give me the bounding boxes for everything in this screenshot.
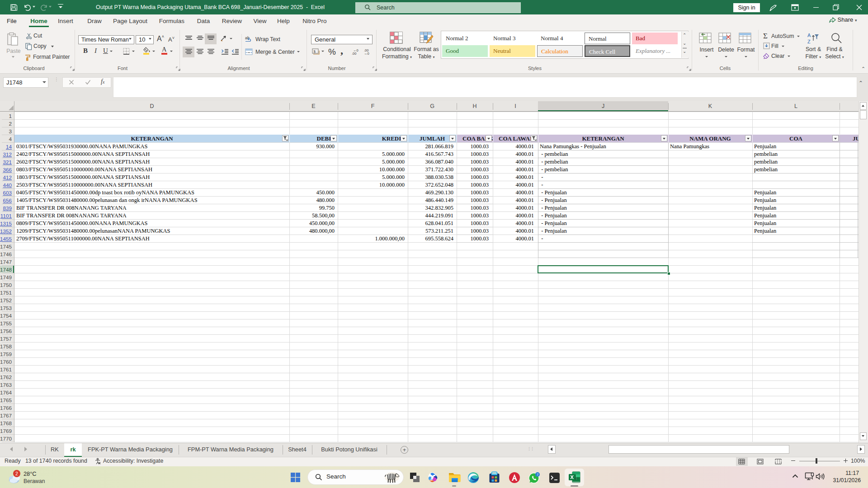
- svg-text:Z: Z: [807, 39, 811, 44]
- svg-text:7: 7: [537, 473, 538, 477]
- svg-text:$: $: [314, 49, 316, 54]
- svg-text:.00: .00: [352, 52, 356, 55]
- svg-text:A: A: [807, 33, 811, 38]
- svg-text:→0: →0: [364, 52, 369, 55]
- svg-text:ab: ab: [245, 36, 250, 40]
